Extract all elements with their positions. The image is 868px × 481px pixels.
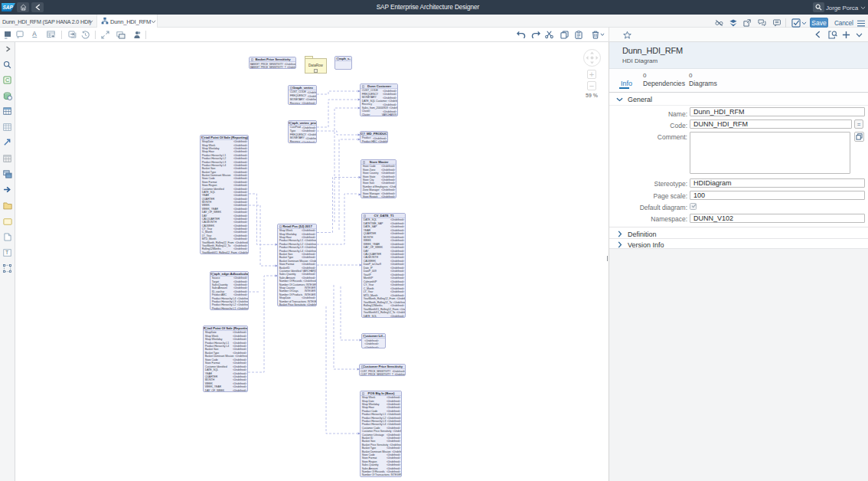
svg-text:A: A <box>32 31 37 38</box>
svg-text:T: T <box>5 250 8 255</box>
svg-text:C: C <box>5 77 10 83</box>
